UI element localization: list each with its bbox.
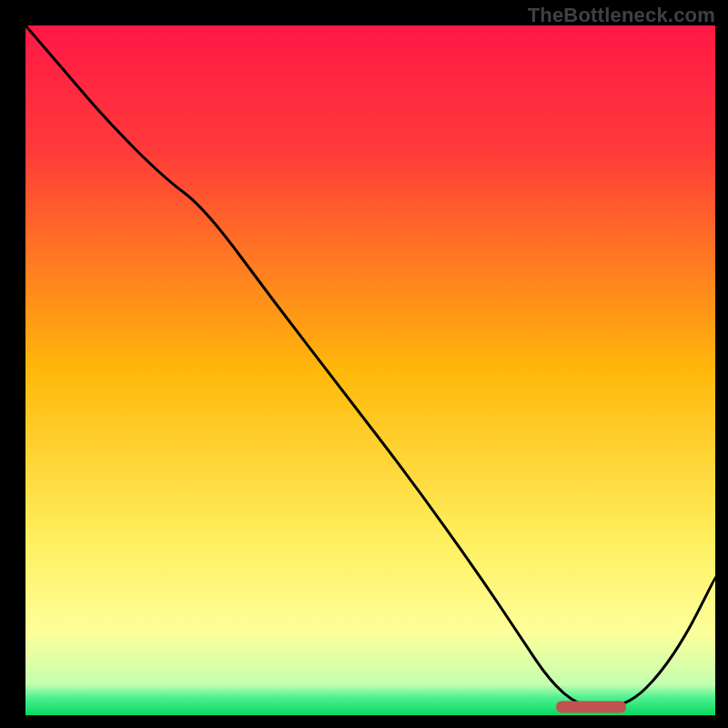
watermark-text: TheBottleneck.com [528,4,715,27]
optimal-marker [557,702,626,713]
chart-frame: TheBottleneck.com [0,0,728,728]
gradient-background [25,25,715,715]
plot-area [25,25,715,715]
plot-svg [25,25,715,715]
